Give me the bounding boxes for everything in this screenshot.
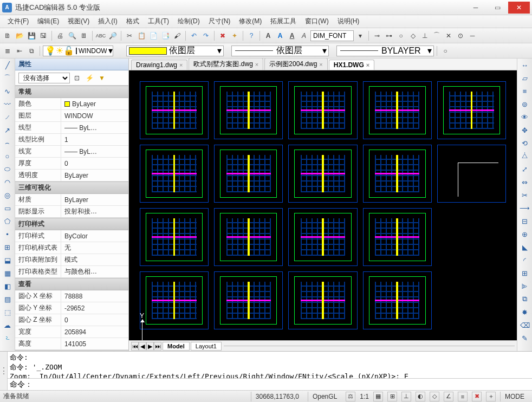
layout1-tab[interactable]: Layout1 <box>191 342 222 351</box>
area-icon[interactable]: ▱ <box>520 73 530 83</box>
status-osnap-icon[interactable]: ◇ <box>430 392 439 401</box>
donut-icon[interactable]: ◎ <box>2 190 13 200</box>
scale-icon[interactable]: ⤢ <box>520 164 530 174</box>
line-icon[interactable]: ╱ <box>2 60 13 70</box>
props-value[interactable]: WINDOW <box>61 110 128 121</box>
tab-close-icon[interactable]: × <box>319 61 322 68</box>
props-value[interactable]: ByColor <box>61 230 128 242</box>
props-row[interactable]: 宽度205894 <box>15 326 128 338</box>
status-mode[interactable]: MODE <box>500 392 529 401</box>
status-polar-icon[interactable]: ◐ <box>416 392 425 401</box>
list-icon[interactable]: ≡ <box>520 86 530 96</box>
props-row[interactable]: 线型比例1 <box>15 134 128 146</box>
snap-center-icon[interactable]: ○ <box>395 30 406 41</box>
props-row[interactable]: 图层WINDOW <box>15 110 128 122</box>
props-value[interactable]: 与颜色相… <box>61 266 128 277</box>
print-icon[interactable]: 🖨 <box>55 30 66 41</box>
command-input[interactable] <box>35 380 530 389</box>
props-group-header[interactable]: 打印样式 <box>15 218 128 230</box>
ellipse-icon[interactable]: ⬭ <box>2 164 13 174</box>
save-icon[interactable]: 💾 <box>26 30 37 41</box>
selection-combo[interactable]: 没有选择 <box>18 73 70 83</box>
props-row[interactable]: 圆心 Z 坐标0 <box>15 314 128 326</box>
document-tab[interactable]: Drawing1.dwg× <box>131 60 187 70</box>
fillet-icon[interactable]: ◜ <box>520 255 530 265</box>
props-row[interactable]: 透明度ByLayer <box>15 170 128 181</box>
snap-perp-icon[interactable]: ⊥ <box>419 30 430 41</box>
tab-close-icon[interactable]: × <box>366 62 369 68</box>
layout-prev-icon[interactable]: ◀ <box>139 342 146 351</box>
copy-obj-icon[interactable]: ⧉ <box>520 294 530 304</box>
tab-close-icon[interactable]: × <box>255 61 258 68</box>
extend-icon[interactable]: ⟶ <box>520 203 530 213</box>
document-tab[interactable]: HX1.DWG× <box>329 60 374 70</box>
snap-quad-icon[interactable]: ─ <box>467 30 478 41</box>
filter-icon[interactable]: ▼ <box>96 73 107 83</box>
drawing-canvas[interactable]: XY <box>129 70 517 340</box>
props-group-header[interactable]: 查看 <box>15 278 128 290</box>
props-value[interactable]: 0 <box>61 158 128 169</box>
layout-next-icon[interactable]: ▶ <box>146 342 154 351</box>
snap-int-icon[interactable]: ⊙ <box>455 30 466 41</box>
snap-near-icon[interactable]: ✕ <box>443 30 454 41</box>
text-ai-icon[interactable]: A <box>299 30 309 41</box>
break-icon[interactable]: ⊟ <box>520 216 530 226</box>
ellipse-arc-icon[interactable]: ◠ <box>2 177 13 187</box>
array-icon[interactable]: ⊞ <box>520 268 530 278</box>
block-icon[interactable]: ⊞ <box>2 242 13 252</box>
menu-item[interactable]: 工具(T) <box>144 15 173 28</box>
status-grid-icon[interactable]: ⊞ <box>387 392 397 401</box>
cut-icon[interactable]: ✂ <box>124 30 135 41</box>
menu-item[interactable]: 窗口(W) <box>301 15 333 28</box>
status-scale-icon[interactable]: ⚖ <box>346 392 355 401</box>
paste-icon[interactable]: 📄 <box>148 30 159 41</box>
props-value[interactable]: ByLayer <box>61 170 128 181</box>
status-add-icon[interactable]: ✖ <box>472 392 482 401</box>
props-row[interactable]: 线型—— ByL… <box>15 122 128 134</box>
hatch-icon[interactable]: ▦ <box>2 268 13 278</box>
props-group-header[interactable]: 三维可视化 <box>15 181 128 194</box>
more-icon[interactable]: ▾ <box>355 30 366 41</box>
text-a-icon[interactable]: A <box>263 30 274 41</box>
props-value[interactable]: 141005 <box>61 338 128 349</box>
props-row[interactable]: 颜色ByLayer <box>15 98 128 110</box>
arc2-icon[interactable]: ⌢ <box>2 138 13 148</box>
arc-icon[interactable]: ⌒ <box>2 73 13 83</box>
join-icon[interactable]: ⊕ <box>520 229 530 239</box>
menu-item[interactable]: 文件(F) <box>3 15 33 28</box>
helix-icon[interactable]: ఽ <box>2 333 13 343</box>
pick-icon[interactable]: ⊡ <box>72 73 82 83</box>
help-icon[interactable]: ? <box>246 30 257 41</box>
status-snap-icon[interactable]: ▦ <box>373 392 383 401</box>
close-button[interactable]: ✕ <box>508 2 530 14</box>
snap-end-icon[interactable]: ⊸ <box>372 30 382 41</box>
offset-icon[interactable]: ⫸ <box>520 281 530 291</box>
open-icon[interactable]: 📂 <box>14 30 25 41</box>
layout-last-icon[interactable]: ⏭ <box>154 342 161 351</box>
rectangle-icon[interactable]: ▭ <box>2 203 13 213</box>
props-value[interactable]: ByLayer <box>61 98 128 109</box>
layer-selector[interactable]: 💡 ☀ 🔓 ▾ <box>43 46 113 56</box>
spell-icon[interactable]: ABC <box>95 30 106 41</box>
circle-tool-icon[interactable]: ○ <box>440 46 451 56</box>
match-icon[interactable]: 🖌 <box>172 30 183 41</box>
layout-first-icon[interactable]: ⏮ <box>131 342 139 351</box>
polyline-icon[interactable]: ∿ <box>2 86 13 96</box>
menu-item[interactable]: 修改(M) <box>235 15 266 28</box>
props-value[interactable]: 模式 <box>61 254 128 265</box>
quick-select-icon[interactable]: ⚡ <box>84 73 95 83</box>
menu-item[interactable]: 说明(H) <box>333 15 364 28</box>
saveas-icon[interactable]: 🖫 <box>38 30 49 41</box>
stretch-icon[interactable]: ⇔ <box>520 177 530 187</box>
xline-icon[interactable]: ⟋ <box>2 112 13 122</box>
region-icon[interactable]: ◧ <box>2 281 13 291</box>
trim-icon[interactable]: ✂ <box>520 190 530 200</box>
status-ortho-icon[interactable]: ⊥ <box>401 392 411 401</box>
props-row[interactable]: 圆心 X 坐标78888 <box>15 290 128 302</box>
props-row[interactable]: 阴影显示投射和接… <box>15 206 128 218</box>
rotate-icon[interactable]: ⟲ <box>520 138 530 148</box>
linetype-selector[interactable]: 依图层 ▾ <box>231 46 329 56</box>
props-value[interactable]: 投射和接… <box>61 206 128 217</box>
boundary-icon[interactable]: ▨ <box>2 294 13 304</box>
status-otrack-icon[interactable]: ∠ <box>444 392 453 401</box>
